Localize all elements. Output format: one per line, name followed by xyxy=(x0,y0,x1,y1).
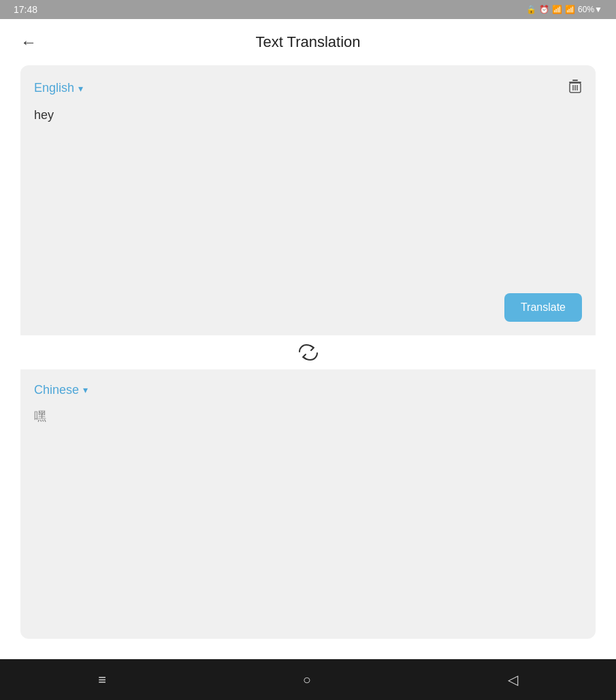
page-title: Text Translation xyxy=(50,33,566,51)
source-language-selector[interactable]: English ▾ xyxy=(34,81,83,95)
target-language-chevron: ▾ xyxy=(83,384,88,395)
menu-nav-icon[interactable]: ≡ xyxy=(98,672,106,688)
target-language-label: Chinese xyxy=(34,383,79,397)
delete-button[interactable] xyxy=(568,79,582,97)
home-nav-icon[interactable]: ○ xyxy=(303,672,311,688)
app-content: ← Text Translation English ▾ xyxy=(0,19,616,659)
swap-languages-button[interactable] xyxy=(295,339,322,366)
target-text: 嘿 xyxy=(34,408,582,424)
source-header: English ▾ xyxy=(34,79,582,97)
signal-icon: 📶 xyxy=(552,5,562,14)
source-language-label: English xyxy=(34,81,74,95)
nav-bar: ≡ ○ ◁ xyxy=(0,659,616,700)
status-time: 17:48 xyxy=(14,4,37,15)
status-icons: 🔒 ⏰ 📶 📶 60%▼ xyxy=(526,5,602,14)
phone-frame: 17:48 🔒 ⏰ 📶 📶 60%▼ ← Text Translation En… xyxy=(0,0,616,700)
target-language-selector[interactable]: Chinese ▾ xyxy=(34,383,88,397)
back-button[interactable]: ← xyxy=(20,33,37,52)
translate-button[interactable]: Translate xyxy=(504,293,582,322)
alarm-icon: ⏰ xyxy=(539,5,549,14)
target-panel: Chinese ▾ 嘿 xyxy=(20,369,596,639)
wifi-icon: 📶 xyxy=(565,5,575,14)
app-header: ← Text Translation xyxy=(0,19,616,65)
source-text[interactable]: hey xyxy=(34,108,582,322)
lock-icon: 🔒 xyxy=(526,5,536,14)
divider-row xyxy=(20,335,596,369)
svg-rect-1 xyxy=(572,80,578,81)
target-header: Chinese ▾ xyxy=(34,383,582,397)
status-bar: 17:48 🔒 ⏰ 📶 📶 60%▼ xyxy=(0,0,616,19)
source-language-chevron: ▾ xyxy=(78,83,83,94)
battery-label: 60%▼ xyxy=(578,5,602,14)
translation-container: English ▾ hey xyxy=(0,65,616,659)
source-panel: English ▾ hey xyxy=(20,65,596,335)
back-nav-icon[interactable]: ◁ xyxy=(508,671,518,688)
